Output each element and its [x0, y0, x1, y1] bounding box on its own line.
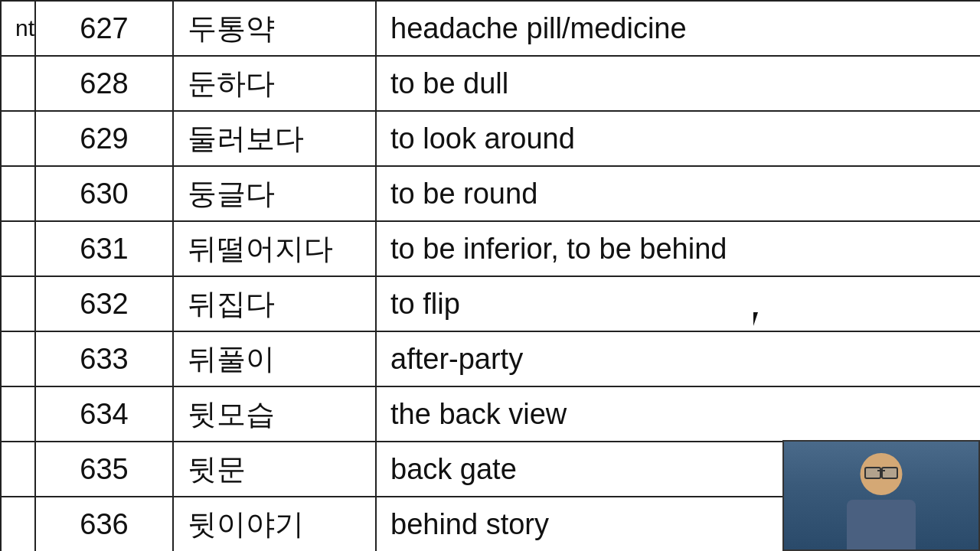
table-row: 634뒷모습the back view	[1, 386, 980, 442]
row-extra	[1, 56, 35, 111]
row-extra	[1, 111, 35, 166]
row-korean: 뒷모습	[173, 386, 376, 442]
row-english: headache pill/medicine	[376, 1, 980, 56]
row-extra	[1, 331, 35, 386]
table-row: 633뒤풀이after-party	[1, 331, 980, 386]
row-korean: 뒤집다	[173, 276, 376, 331]
row-extra: nt	[1, 1, 35, 56]
table-row: 631뒤떨어지다to be inferior, to be behind	[1, 221, 980, 276]
row-number: 635	[35, 442, 173, 497]
row-number: 633	[35, 331, 173, 386]
table-row: nt627두통약headache pill/medicine	[1, 1, 980, 56]
row-number: 636	[35, 497, 173, 551]
row-number: 632	[35, 276, 173, 331]
row-number: 627	[35, 1, 173, 56]
glasses-bridge	[877, 470, 885, 471]
row-extra	[1, 497, 35, 551]
row-english: to be round	[376, 166, 980, 221]
row-number: 629	[35, 111, 173, 166]
row-english: after-party	[376, 331, 980, 386]
webcam-overlay	[782, 440, 980, 551]
row-korean: 둥글다	[173, 166, 376, 221]
row-korean: 뒤떨어지다	[173, 221, 376, 276]
row-number: 634	[35, 386, 173, 442]
row-korean: 뒤풀이	[173, 331, 376, 386]
row-korean: 뒷문	[173, 442, 376, 497]
row-korean: 두통약	[173, 1, 376, 56]
person-glasses	[862, 467, 900, 478]
webcam-person	[784, 442, 978, 549]
row-extra	[1, 166, 35, 221]
row-extra	[1, 386, 35, 442]
row-extra	[1, 442, 35, 497]
row-english: to be inferior, to be behind	[376, 221, 980, 276]
table-row: 630둥글다to be round	[1, 166, 980, 221]
row-english: the back view	[376, 386, 980, 442]
row-number: 628	[35, 56, 173, 111]
row-english: to look around	[376, 111, 980, 166]
row-number: 631	[35, 221, 173, 276]
vocabulary-table-container: nt627두통약headache pill/medicine628둔하다to b…	[0, 0, 980, 551]
person-body	[847, 500, 916, 549]
row-extra	[1, 276, 35, 331]
table-row: 632뒤집다to flip	[1, 276, 980, 331]
row-korean: 뒷이야기	[173, 497, 376, 551]
row-korean: 둘러보다	[173, 111, 376, 166]
row-korean: 둔하다	[173, 56, 376, 111]
row-english: to flip	[376, 276, 980, 331]
row-english: to be dull	[376, 56, 980, 111]
table-row: 628둔하다to be dull	[1, 56, 980, 111]
row-extra	[1, 221, 35, 276]
row-number: 630	[35, 166, 173, 221]
table-row: 629둘러보다to look around	[1, 111, 980, 166]
